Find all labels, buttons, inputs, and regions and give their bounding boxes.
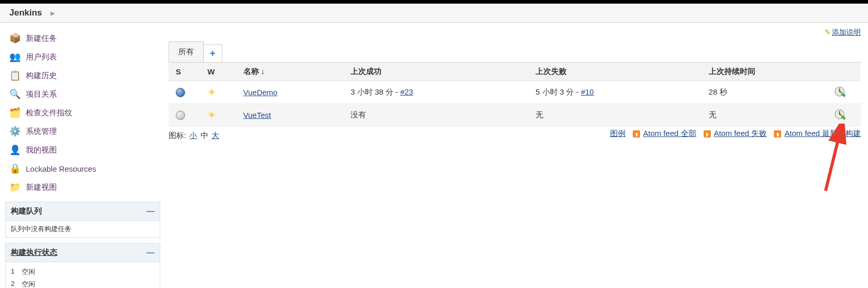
feed-all-link[interactable]: Atom feed 全部	[643, 129, 696, 138]
feed-fail-link[interactable]: Atom feed 失败	[714, 129, 767, 138]
schedule-build-button[interactable]	[834, 86, 845, 97]
icon-size-label: 图标:	[169, 131, 188, 140]
last-failure-build-link[interactable]: #10	[581, 87, 594, 96]
breadcrumb: Jenkins ▶	[0, 4, 868, 23]
last-success-text: 3 小时 38 分 -	[351, 87, 400, 96]
top-black-bar	[0, 0, 868, 4]
last-success-text: 没有	[351, 110, 366, 119]
build-queue-title: 构建队列	[11, 206, 42, 216]
duration-text: 无	[706, 104, 831, 127]
tab-all[interactable]: 所有	[169, 41, 204, 62]
sidebar-item-label: 构建历史	[26, 71, 57, 81]
sidebar-item-new-view[interactable]: 📁 新建视图	[6, 178, 159, 196]
new-item-icon: 📦	[9, 33, 21, 44]
sidebar-item-label: Lockable Resources	[26, 164, 96, 173]
pencil-icon: ✎	[825, 28, 831, 36]
col-weather[interactable]: W	[204, 63, 240, 81]
tab-add-view[interactable]: +	[203, 44, 222, 62]
sidebar-item-label: 项目关系	[26, 89, 57, 99]
col-last-failure[interactable]: 上次失败	[532, 63, 706, 81]
col-name[interactable]: 名称 ↓	[240, 63, 348, 81]
last-failure-text: 无	[536, 110, 543, 119]
executor-num: 1	[11, 267, 14, 277]
col-duration[interactable]: 上次持续时间	[706, 63, 831, 81]
sidebar-item-label: 检查文件指纹	[26, 108, 72, 118]
build-queue-empty: 队列中没有构建任务	[6, 221, 160, 237]
sidebar-item-label: 新建视图	[26, 183, 57, 192]
fingerprint-icon: 🗂️	[9, 107, 21, 118]
status-ball-grey-icon[interactable]	[176, 111, 185, 120]
collapse-button[interactable]: —	[146, 207, 155, 216]
legend-link[interactable]: 图例	[610, 129, 626, 138]
sidebar-item-new-item[interactable]: 📦 新建任务	[6, 29, 159, 48]
executor-row: 2 空闲	[11, 278, 155, 288]
job-name-link[interactable]: VueDemo	[243, 88, 278, 97]
folder-icon: 📁	[9, 181, 21, 193]
sidebar-item-label: 用户列表	[26, 52, 57, 62]
icon-size-large[interactable]: 大	[211, 131, 219, 140]
build-queue-widget: 构建队列 — 队列中没有构建任务	[5, 202, 160, 238]
search-icon: 🔍	[9, 88, 21, 100]
job-name-link[interactable]: VueTest	[243, 111, 271, 119]
status-ball-blue-icon[interactable]	[176, 88, 185, 97]
chevron-right-icon: ▶	[51, 10, 55, 16]
sidebar-item-label: 新建任务	[26, 34, 57, 43]
executor-status: 空闲	[22, 280, 35, 288]
last-failure-text: 5 小时 3 分 -	[536, 87, 581, 96]
sidebar-item-build-history[interactable]: 📋 构建历史	[6, 66, 159, 85]
gear-icon: ⚙️	[9, 126, 21, 137]
sidebar-item-manage[interactable]: ⚙️ 系统管理	[6, 122, 159, 141]
sidebar-item-people[interactable]: 👥 用户列表	[6, 48, 159, 66]
sidebar-item-label: 我的视图	[26, 145, 57, 155]
rss-icon	[704, 130, 711, 138]
feed-latest-link[interactable]: Atom feed 最新的构建	[784, 129, 861, 138]
user-icon: 👤	[9, 144, 21, 156]
icon-size-small[interactable]: 小	[189, 131, 197, 140]
lock-icon: 🔒	[9, 163, 21, 174]
last-success-build-link[interactable]: #23	[400, 87, 413, 96]
rss-icon	[774, 130, 781, 138]
col-last-success[interactable]: 上次成功	[347, 63, 532, 81]
main-content: ✎添加说明 所有 + S W 名称 ↓ 上次成功 上次失败 上次持续时间	[165, 23, 868, 288]
icon-size-selector: 图标: 小 中 大	[169, 131, 220, 141]
executor-num: 2	[11, 280, 14, 288]
table-row: ☀ VueDemo 3 小时 38 分 - #23 5 小时 3 分 - #10…	[169, 81, 861, 104]
rss-icon	[633, 130, 640, 138]
view-tabs: 所有 +	[169, 41, 861, 63]
sidebar-item-project-relationship[interactable]: 🔍 项目关系	[6, 85, 159, 103]
collapse-button[interactable]: —	[146, 248, 155, 257]
history-icon: 📋	[9, 70, 21, 81]
sidebar-item-my-views[interactable]: 👤 我的视图	[6, 141, 159, 159]
people-icon: 👥	[9, 51, 21, 63]
executor-row: 1 空闲	[11, 266, 155, 278]
breadcrumb-home[interactable]: Jenkins	[9, 8, 42, 18]
job-table: S W 名称 ↓ 上次成功 上次失败 上次持续时间 ☀ VueDemo 3 小时…	[169, 63, 861, 127]
table-row: ☀ VueTest 没有 无 无	[169, 104, 861, 127]
weather-sun-icon[interactable]: ☀	[207, 110, 216, 120]
weather-sun-icon[interactable]: ☀	[207, 87, 216, 98]
build-executor-title[interactable]: 构建执行状态	[11, 248, 57, 257]
col-status[interactable]: S	[169, 63, 204, 81]
schedule-build-button[interactable]	[834, 109, 845, 120]
sidebar-item-label: 系统管理	[26, 127, 57, 137]
add-description-link[interactable]: 添加说明	[832, 28, 861, 36]
icon-size-medium[interactable]: 中	[201, 131, 208, 140]
executor-status: 空闲	[22, 267, 35, 277]
build-executor-widget: 构建执行状态 — 1 空闲 2 空闲	[5, 243, 160, 288]
sidebar-item-fingerprint[interactable]: 🗂️ 检查文件指纹	[6, 103, 159, 122]
duration-text: 28 秒	[706, 81, 831, 104]
col-actions	[831, 63, 861, 81]
sidebar-item-lockable[interactable]: 🔒 Lockable Resources	[6, 159, 159, 178]
sidebar: 📦 新建任务 👥 用户列表 📋 构建历史 🔍 项目关系 🗂️ 检查文件指纹 ⚙️	[0, 23, 165, 288]
